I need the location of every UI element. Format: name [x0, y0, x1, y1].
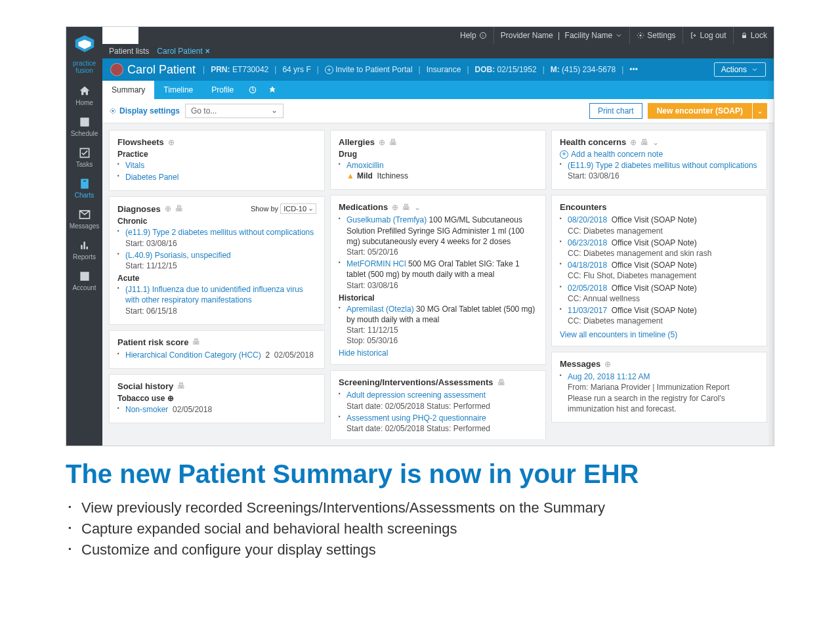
print-icon[interactable]: 🖶 — [177, 381, 185, 390]
print-icon[interactable]: 🖶 — [640, 138, 648, 147]
nav-tasks[interactable]: Tasks — [66, 142, 102, 172]
flowsheet-link[interactable]: Vitals — [125, 161, 144, 170]
add-icon[interactable]: ⊕ — [604, 360, 611, 369]
add-icon[interactable]: ⊕ — [630, 138, 637, 147]
topbar-context[interactable]: Provider Name | Facility Name — [494, 27, 630, 44]
tab-history-icon[interactable] — [243, 81, 262, 99]
insurance-link[interactable]: Insurance — [427, 65, 461, 74]
nav-reports[interactable]: Reports — [66, 235, 102, 264]
nav-schedule[interactable]: Schedule — [66, 112, 102, 141]
marketing-bullet: Capture expanded social and behavioral h… — [66, 520, 801, 537]
nav-messages[interactable]: Messages — [66, 204, 102, 234]
print-icon[interactable]: 🖶 — [402, 203, 410, 212]
print-icon[interactable]: 🖶 — [192, 337, 200, 346]
tab-summary[interactable]: Summary — [102, 81, 154, 99]
hide-historical-link[interactable]: Hide historical — [339, 348, 537, 358]
svg-point-4 — [640, 35, 642, 37]
chevron-down-icon — [751, 66, 759, 74]
screening-link[interactable]: Assessment using PHQ-2 questionnaire — [346, 413, 486, 423]
encounter-link[interactable]: 11/03/2017 — [568, 306, 607, 315]
display-settings[interactable]: Display settings — [109, 106, 180, 116]
add-icon[interactable]: ⊕ — [165, 204, 171, 213]
message-link[interactable]: Aug 20, 2018 11:12 AM — [568, 372, 650, 381]
logout-icon — [690, 32, 698, 39]
marketing-bullet: Customize and configure your display set… — [66, 541, 801, 558]
print-icon[interactable]: 🖶 — [175, 204, 183, 213]
tab-profile[interactable]: Profile — [202, 81, 243, 99]
diagnoses-card: Diagnoses ⊕ 🖶 Show by ICD-10 Chronic (e1… — [109, 196, 325, 324]
dx-link[interactable]: (e11.9) Type 2 diabetes mellitus without… — [125, 228, 314, 237]
close-icon[interactable]: × — [205, 47, 210, 56]
social-card: Social history 🖶 Tobacco use ⊕ Non-smoke… — [109, 374, 325, 423]
marketing-bullet: View previously recorded Screenings/Inte… — [66, 499, 801, 516]
actions-button[interactable]: Actions — [714, 62, 766, 77]
showby-select[interactable]: Show by ICD-10 — [251, 203, 316, 214]
social-link[interactable]: Non-smoker — [125, 405, 168, 414]
med-link[interactable]: Apremilast (Otezla) — [346, 304, 414, 314]
topbar-settings[interactable]: Settings — [629, 27, 682, 44]
avatar — [110, 63, 123, 76]
medications-card: Medications ⊕ 🖶 ⌄ Guselkumab (Tremfya) 1… — [330, 195, 546, 365]
more-menu[interactable]: ••• — [629, 65, 638, 74]
svg-text:i: i — [482, 33, 483, 37]
brand-text: practicefusion — [73, 60, 96, 74]
breadcrumb-bar: Patient lists Carol Patient × — [102, 44, 774, 58]
screening-card: Screening/Interventions/Assessments 🖶 Ad… — [330, 370, 546, 439]
view-all-encounters-link[interactable]: View all encounters in timeline (5) — [560, 330, 759, 339]
patient-tab[interactable]: Carol Patient × — [157, 47, 209, 56]
marketing-copy: The new Patient Summary is now in your E… — [66, 459, 801, 562]
encounter-link[interactable]: 08/20/2018 — [568, 215, 607, 224]
health-concerns-card: Health concerns ⊕ 🖶 ⌄ +Add a health conc… — [551, 130, 767, 190]
scrollbar[interactable] — [767, 123, 774, 446]
new-encounter-button[interactable]: New encounter (SOAP) — [648, 103, 752, 119]
patient-name: Carol Patient — [127, 63, 196, 77]
sidebar: practicefusion Home Schedule Tasks Chart… — [66, 27, 102, 446]
risk-link[interactable]: Hierarchical Condition Category (HCC) — [125, 350, 261, 360]
nav-account[interactable]: Account — [66, 266, 102, 295]
add-icon[interactable]: ⊕ — [379, 138, 385, 147]
screening-link[interactable]: Adult depression screening assessment — [346, 390, 486, 400]
topbar-help[interactable]: Help i — [453, 27, 494, 44]
print-chart-button[interactable]: Print chart — [589, 103, 642, 119]
encounter-link[interactable]: 06/23/2018 — [568, 238, 607, 247]
flowsheet-link[interactable]: Diabetes Panel — [125, 173, 178, 182]
print-icon[interactable]: 🖶 — [497, 378, 505, 387]
tab-timeline[interactable]: Timeline — [154, 81, 202, 99]
topbar-lock[interactable]: Lock — [733, 27, 774, 44]
nav-home[interactable]: Home — [66, 81, 102, 110]
plus-circle-icon: + — [325, 66, 333, 74]
add-icon[interactable]: ⊕ — [167, 394, 174, 403]
add-icon[interactable]: ⊕ — [168, 138, 175, 147]
dx-link[interactable]: (L.40.9) Psoriasis, unspecified — [125, 251, 231, 260]
warning-icon: ▲ — [346, 171, 354, 180]
add-icon[interactable]: ⊕ — [392, 203, 398, 212]
goto-dropdown[interactable]: Go to... — [185, 104, 284, 118]
health-link[interactable]: (E11.9) Type 2 diabetes mellitus without… — [568, 161, 757, 170]
tab-pin-icon[interactable] — [262, 81, 282, 99]
marketing-headline: The new Patient Summary is now in your E… — [66, 459, 801, 489]
add-health-concern-link[interactable]: +Add a health concern note — [560, 150, 759, 159]
allergy-link[interactable]: Amoxicillin — [346, 161, 384, 170]
print-icon[interactable]: 🖶 — [389, 138, 397, 147]
chevron-down-icon[interactable]: ⌄ — [414, 203, 421, 212]
gear-icon — [109, 107, 117, 115]
logo-icon — [72, 33, 97, 58]
new-encounter-caret[interactable]: ⌄ — [753, 103, 767, 119]
view-tabs: Summary Timeline Profile — [102, 81, 774, 99]
topbar-logout[interactable]: Log out — [682, 27, 733, 44]
allergies-card: Allergies ⊕ 🖶 Drug Amoxicillin▲Mild Itch… — [330, 130, 546, 190]
med-link[interactable]: Guselkumab (Tremfya) — [346, 215, 427, 224]
chevron-down-icon[interactable]: ⌄ — [652, 138, 659, 147]
summary-columns: Flowsheets ⊕ Practice Vitals Diabetes Pa… — [102, 123, 774, 446]
ehr-app: practicefusion Home Schedule Tasks Chart… — [66, 26, 774, 446]
encounter-link[interactable]: 04/18/2018 — [568, 261, 607, 270]
nav-charts[interactable]: Charts — [66, 173, 102, 203]
gear-icon — [637, 32, 644, 39]
risk-card: Patient risk score 🖶 Hierarchical Condit… — [109, 330, 325, 369]
patient-header: Carol Patient | PRN: ET730042 | 64 yrs F… — [102, 58, 774, 81]
invite-link[interactable]: + Invite to Patient Portal — [325, 65, 413, 75]
breadcrumb-root[interactable]: Patient lists — [109, 47, 149, 56]
dx-link[interactable]: (J11.1) Influenza due to unidentified in… — [125, 285, 303, 304]
med-link[interactable]: MetFORMIN HCl — [346, 259, 406, 268]
encounter-link[interactable]: 02/05/2018 — [568, 284, 607, 293]
